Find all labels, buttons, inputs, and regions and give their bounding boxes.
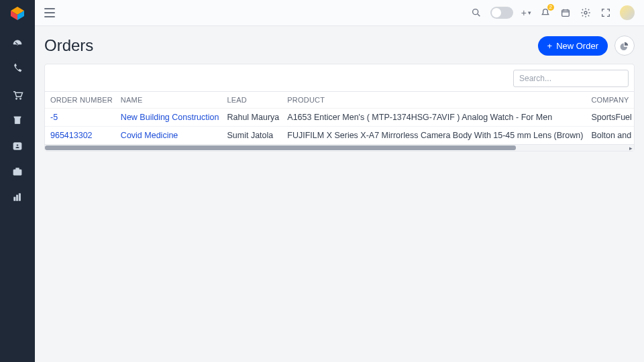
cell-product: FUJIFILM X Series X-A7 Mirrorless Camera…	[282, 127, 586, 145]
products-icon[interactable]	[11, 114, 24, 127]
page-header: Orders + New Order	[35, 26, 644, 64]
svg-rect-12	[17, 195, 18, 200]
orders-table-wrap: ORDER NUMBER NAME LEAD PRODUCT COMPANY T…	[45, 91, 634, 144]
col-lead[interactable]: LEAD	[221, 92, 282, 109]
col-product[interactable]: PRODUCT	[282, 92, 586, 109]
plus-icon: +	[547, 41, 553, 51]
new-order-button[interactable]: + New Order	[538, 36, 608, 56]
settings-icon[interactable]	[580, 7, 592, 19]
sidebar	[0, 0, 35, 362]
quick-add-button[interactable]: +▾	[521, 7, 531, 18]
cell-name[interactable]: Covid Medicine	[115, 127, 222, 145]
cell-name[interactable]: New Building Construction	[115, 109, 222, 127]
page-title: Orders	[44, 36, 93, 55]
cell-product: A1653 Enticer Men's ( MTP-1374HSG-7AVIF …	[282, 109, 586, 127]
cell-company: Bolton and Becker Co	[586, 127, 634, 145]
new-order-label: New Order	[556, 41, 598, 51]
scroll-thumb[interactable]	[45, 145, 516, 150]
svg-rect-10	[16, 168, 19, 170]
table-row[interactable]: -5 New Building Construction Rahul Maury…	[45, 109, 634, 127]
scroll-right-icon[interactable]: ▸	[627, 145, 634, 152]
reports-icon[interactable]	[11, 190, 24, 204]
orders-table: ORDER NUMBER NAME LEAD PRODUCT COMPANY T…	[45, 92, 634, 144]
dashboard-icon[interactable]	[11, 38, 24, 51]
svg-point-8	[17, 144, 19, 146]
svg-rect-9	[13, 170, 21, 175]
cell-order-number[interactable]: -5	[45, 109, 115, 127]
calendar-icon[interactable]	[559, 7, 572, 19]
cart-icon[interactable]	[11, 88, 24, 102]
col-name[interactable]: NAME	[115, 92, 222, 109]
cell-company: SportsFuel	[586, 109, 634, 127]
svg-rect-13	[19, 194, 20, 201]
search-icon[interactable]	[470, 7, 482, 19]
notification-badge: 2	[547, 4, 554, 11]
svg-point-20	[584, 11, 587, 14]
app-logo[interactable]	[9, 5, 25, 21]
main: +▾ 2 Orders + New Order	[35, 0, 644, 362]
cell-order-number[interactable]: 965413302	[45, 127, 115, 145]
topbar: +▾ 2	[35, 0, 644, 26]
svg-point-14	[472, 9, 478, 15]
avatar[interactable]	[620, 5, 635, 20]
fullscreen-icon[interactable]	[600, 7, 612, 19]
cell-lead: Sumit Jatola	[221, 127, 282, 145]
svg-rect-11	[14, 197, 15, 200]
orders-panel: ORDER NUMBER NAME LEAD PRODUCT COMPANY T…	[44, 64, 635, 152]
notifications-icon[interactable]: 2	[539, 7, 551, 19]
search-input[interactable]	[513, 70, 629, 87]
svg-point-5	[15, 98, 17, 99]
cell-lead: Rahul Maurya	[221, 109, 282, 127]
theme-toggle[interactable]	[490, 7, 513, 19]
svg-rect-16	[562, 10, 570, 16]
svg-line-15	[478, 14, 480, 16]
table-row[interactable]: 965413302 Covid Medicine Sumit Jatola FU…	[45, 127, 634, 145]
horizontal-scrollbar[interactable]: ◂ ▸	[45, 144, 634, 151]
chart-button[interactable]	[614, 36, 635, 56]
briefcase-icon[interactable]	[11, 165, 24, 178]
menu-toggle-icon[interactable]	[44, 8, 55, 17]
col-order-number[interactable]: ORDER NUMBER	[45, 92, 115, 109]
svg-point-6	[19, 98, 21, 99]
contacts-icon[interactable]	[11, 139, 24, 153]
col-company[interactable]: COMPANY	[586, 92, 634, 109]
calls-icon[interactable]	[11, 63, 24, 76]
